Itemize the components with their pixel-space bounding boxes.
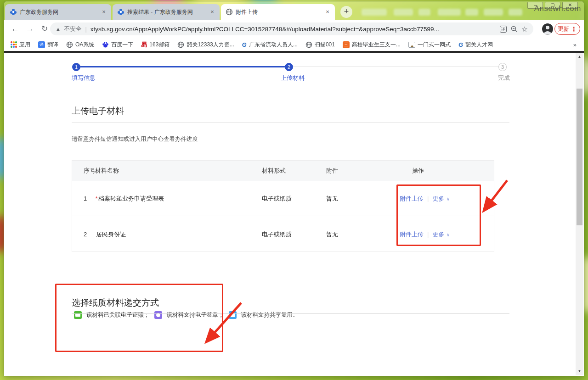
blurred-menu-item (509, 9, 522, 16)
tab-title: 附件上传 (236, 8, 321, 16)
menu-kebab-icon[interactable]: ⋮ (571, 26, 577, 33)
bookmark-sgrcw[interactable]: G 韶关人才网 (458, 41, 493, 49)
col-action: 操作 (412, 161, 424, 181)
watermark: Ansewh.com (534, 4, 581, 13)
browser-window: 广东政务服务网 × 搜索结果 - 广东政务服务网 × 附件上传 × + (4, 1, 584, 376)
divider (72, 123, 509, 123)
zoom-out-icon[interactable] (510, 25, 518, 33)
translate-icon: 译 (38, 41, 45, 48)
chrome-update-button[interactable]: 更新 ⋮ (554, 23, 580, 35)
bookmark-scan001[interactable]: 扫描001 (305, 41, 335, 49)
step-1-label: 填写信息 (72, 74, 96, 82)
netease-mail-icon: 易 (141, 40, 147, 49)
row-name: *档案转递业务申请受理表 (95, 181, 164, 216)
gov-flower-icon (117, 8, 124, 16)
scroll-down-icon[interactable]: ▼ (576, 368, 583, 375)
profile-avatar[interactable] (542, 23, 554, 35)
step-1-circle: 1 (72, 63, 80, 71)
section-title-upload: 上传电子材料 (72, 105, 124, 117)
row-form: 电子或纸质 (262, 181, 292, 216)
apps-grid-icon (11, 41, 17, 48)
tab-close-icon[interactable]: × (324, 8, 331, 16)
security-label[interactable]: 不安全 (64, 25, 82, 33)
bookmark-yimenshi[interactable]: 一门式一网式 (408, 41, 451, 49)
reload-icon[interactable]: ↻ (39, 23, 50, 34)
bookmark-12333[interactable]: 韶关12333人力资... (177, 41, 234, 49)
bookmark-star-icon[interactable]: ☆ (521, 25, 528, 34)
bookmark-apps[interactable]: 应用 (11, 41, 30, 49)
address-bar[interactable]: ▲ 不安全 | xtysb.sg.gov.cn/ApprApplyWorkPC/… (50, 22, 533, 35)
globe-icon (226, 8, 233, 16)
forward-icon[interactable]: → (24, 23, 35, 34)
col-attachment: 附件 (326, 161, 338, 181)
required-asterisk: * (95, 195, 97, 202)
update-label: 更新 (558, 25, 569, 33)
col-name: 材料名称 (95, 161, 119, 181)
row-form: 电子或纸质 (262, 217, 292, 252)
annotation-box-paper-section (55, 284, 223, 352)
back-icon[interactable]: ← (10, 23, 21, 34)
table-header: 序号 材料名称 材料形式 附件 操作 (72, 161, 494, 181)
step-connector-pending (293, 67, 498, 67)
tab-search-results[interactable]: 搜索结果 - 广东政务服务网 × (113, 4, 220, 20)
step-2-label: 上传材料 (281, 74, 305, 82)
bookmark-oa[interactable]: OA系统 (66, 41, 94, 49)
blurred-menu-item (465, 9, 478, 16)
scrollbar[interactable]: ▲ ▼ (576, 53, 583, 375)
new-tab-button[interactable]: + (340, 6, 352, 18)
step-3-circle: 3 (498, 63, 507, 71)
tab-title: 搜索结果 - 广东政务服务网 (127, 8, 206, 16)
bookmark-translate[interactable]: 译 翻译 (38, 41, 58, 49)
g-logo-icon: G (458, 41, 463, 48)
row-no: 2 (84, 217, 87, 252)
globe-icon (177, 41, 184, 48)
baidu-paw-icon (102, 41, 109, 48)
picture-icon (408, 42, 415, 48)
bookmark-baidu[interactable]: 百度一下 (102, 41, 133, 49)
tab-title: 广东政务服务网 (20, 8, 97, 16)
blurred-menu-item (394, 9, 413, 16)
bookmarks-bar: 应用 译 翻译 OA系统 百度一下 易 163邮 (4, 38, 584, 51)
globe-icon (66, 41, 73, 48)
sms-notice: 请留意办件短信通知或进入用户中心查看办件进度 (72, 135, 198, 143)
security-warning-icon: ▲ (56, 26, 61, 32)
tab-close-icon[interactable]: × (209, 8, 216, 16)
orange-doc-icon: 三 (343, 41, 350, 48)
tab-close-icon[interactable]: × (100, 8, 107, 16)
step-connector-done (80, 66, 285, 67)
step-2-circle: 2 (285, 63, 293, 71)
row-attachment: 暂无 (326, 181, 338, 216)
title-bar: 广东政务服务网 × 搜索结果 - 广东政务服务网 × 附件上传 × + (4, 1, 584, 20)
omnibox-divider: | (85, 26, 86, 33)
gov-flower-icon (10, 8, 17, 16)
translate-icon[interactable]: 译 (500, 26, 507, 33)
g-logo-icon: G (242, 41, 247, 48)
blurred-menu-item (362, 9, 387, 16)
bookmark-163mail[interactable]: 易 163邮箱 (141, 40, 170, 49)
bookmark-gd-liudong[interactable]: G 广东省流动人员人... (242, 41, 298, 49)
annotation-box-actions (396, 184, 481, 246)
blurred-menu-item (438, 9, 461, 16)
row-name: 居民身份证 (95, 217, 126, 252)
col-form: 材料形式 (262, 161, 286, 181)
blurred-menu-item (418, 9, 430, 16)
scroll-up-icon[interactable]: ▲ (576, 53, 583, 61)
browser-toolbar: ← → ↻ ▲ 不安全 | xtysb.sg.gov.cn/ApprApplyW… (4, 20, 584, 38)
bookmark-sanzhiyifu[interactable]: 三 高校毕业生三支一... (343, 41, 401, 49)
bookmarks-overflow-icon[interactable]: » (573, 41, 577, 48)
blurred-menu-item (484, 9, 503, 16)
scrollbar-thumb[interactable] (577, 89, 582, 225)
row-no: 1 (84, 181, 87, 216)
col-no: 序号 (84, 161, 96, 181)
step-3-label: 完成 (498, 74, 510, 82)
tab-upload-material[interactable]: 附件上传 × (221, 4, 335, 20)
row-attachment: 暂无 (326, 217, 338, 252)
tab-gdzwfw[interactable]: 广东政务服务网 × (5, 4, 111, 20)
legend-text: 该材料支持共享复用。 (241, 311, 299, 319)
share-reuse-icon (229, 311, 237, 319)
globe-icon (305, 41, 312, 48)
url-text[interactable]: xtysb.sg.gov.cn/ApprApplyWorkPC/apply.ht… (90, 26, 496, 33)
